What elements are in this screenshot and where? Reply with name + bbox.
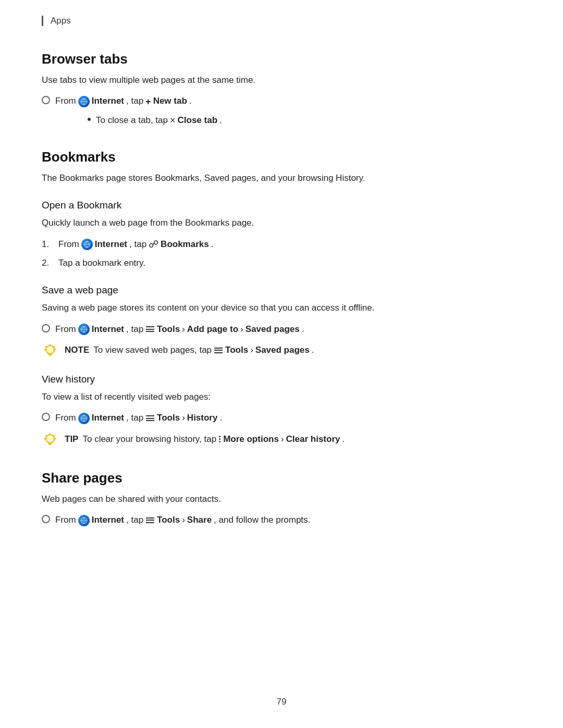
tip-clear-history: Clear history: [286, 433, 340, 446]
more-options-icon: [219, 436, 221, 442]
note-text: To view saved web pages, tap: [93, 343, 212, 357]
ob-step2-text: Tap a bookmark entry.: [58, 256, 145, 270]
browser-tabs-title: Browser tabs: [42, 51, 521, 67]
sp-suffix: , and follow the prompts.: [214, 513, 310, 527]
ob-step1-from: From: [58, 238, 79, 251]
tip-text: To clear your browsing history, tap: [82, 433, 216, 446]
bookmark-icon: ☍: [149, 239, 158, 249]
close-tab-prefix: To close a tab, tap: [96, 114, 168, 127]
share-pages-step: From Internet , tap Tools › Share, an: [42, 513, 521, 527]
view-history-desc: To view a list of recently visited web p…: [42, 390, 521, 404]
menu-lines-icon-3: [146, 415, 154, 421]
internet-app-icon-5: [78, 515, 90, 526]
share-pages-step-content: From Internet , tap Tools › Share, an: [55, 513, 310, 527]
svg-line-8: [46, 347, 47, 348]
internet-app-icon: [78, 96, 90, 107]
svg-line-17: [54, 435, 55, 436]
sw-arrow2: ›: [240, 323, 243, 336]
sw-middle: , tap: [126, 323, 143, 336]
internet-app-icon-3: [78, 324, 90, 335]
bullet-circle-icon-4: [42, 515, 50, 523]
share-pages-title: Share pages: [42, 470, 521, 486]
note-suffix: .: [312, 343, 314, 357]
open-bookmark-step1-content: From Internet , tap ☍ Bookmarks.: [58, 238, 213, 251]
bullet-circle-icon: [42, 96, 50, 104]
tip-suffix: .: [342, 433, 345, 446]
note-label: NOTE: [65, 343, 89, 357]
internet-app-icon-4: [78, 413, 90, 424]
internet-app-icon-2: [81, 239, 93, 250]
breadcrumb: Apps: [42, 16, 521, 26]
sw-add-page: Add page to: [187, 323, 238, 336]
bullet-circle-icon-2: [42, 324, 50, 332]
close-tab-content: To close a tab, tap × Close tab.: [96, 114, 222, 127]
open-bookmark-subtitle: Open a Bookmark: [42, 200, 521, 211]
tip-arrow: ›: [281, 433, 284, 446]
bullet-circle-icon-3: [42, 413, 50, 421]
note-content: NOTE To view saved web pages, tap Tools …: [65, 343, 314, 357]
sw-tools: Tools: [157, 323, 180, 336]
ob-step1-app: Internet: [95, 238, 127, 251]
view-history-subtitle: View history: [42, 374, 521, 385]
sw-arrow1: ›: [182, 323, 185, 336]
menu-lines-icon-2: [214, 348, 223, 353]
note-lightbulb-icon: [42, 342, 58, 359]
step-number-2: 2.: [42, 256, 53, 270]
step1-middle: , tap: [126, 94, 143, 108]
svg-point-6: [46, 346, 54, 354]
sp-tools: Tools: [157, 513, 180, 527]
sw-from: From: [55, 323, 76, 336]
save-webpage-step: From Internet , tap Tools: [42, 323, 521, 336]
tip-more-options: More options: [223, 433, 279, 446]
sw-suffix: .: [302, 323, 304, 336]
bookmarks-title: Bookmarks: [42, 149, 521, 165]
bookmarks-section: Bookmarks The Bookmarks page stores Book…: [42, 149, 521, 448]
menu-lines-icon: [146, 326, 154, 332]
sp-app: Internet: [92, 513, 124, 527]
vh-suffix: .: [219, 411, 222, 425]
save-webpage-subsection: Save a web page Saving a web page stores…: [42, 285, 521, 359]
save-webpage-note: NOTE To view saved web pages, tap Tools …: [42, 343, 521, 359]
browser-tabs-desc: Use tabs to view multiple web pages at t…: [42, 73, 521, 87]
x-icon: ×: [170, 116, 176, 125]
svg-line-9: [54, 347, 55, 348]
close-tab-action: Close tab: [178, 114, 218, 127]
plus-icon: +: [145, 97, 151, 106]
step1-period: .: [189, 94, 192, 108]
vh-app: Internet: [92, 411, 124, 425]
vh-history: History: [187, 411, 218, 425]
bookmarks-desc: The Bookmarks page stores Bookmarks, Sav…: [42, 171, 521, 185]
sp-arrow: ›: [182, 513, 185, 527]
sw-app: Internet: [92, 323, 124, 336]
page-number: 79: [0, 697, 563, 707]
svg-point-14: [46, 435, 54, 443]
tip-label: TIP: [65, 433, 78, 446]
view-history-subsection: View history To view a list of recently …: [42, 374, 521, 448]
view-history-tip: TIP To clear your browsing history, tap …: [42, 433, 521, 448]
menu-lines-icon-4: [146, 517, 154, 523]
ob-step1-bold: Bookmarks: [161, 238, 209, 251]
sw-saved-pages: Saved pages: [246, 323, 300, 336]
sp-middle: , tap: [126, 513, 143, 527]
note-tools: Tools: [225, 343, 248, 357]
save-webpage-step-content: From Internet , tap Tools: [55, 323, 304, 336]
tip-content: TIP To clear your browsing history, tap …: [65, 433, 345, 446]
save-webpage-desc: Saving a web page stores its content on …: [42, 301, 521, 315]
browser-tabs-step1-sub: To close a tab, tap × Close tab.: [73, 114, 521, 127]
vh-from: From: [55, 411, 76, 425]
view-history-step: From Internet , tap Tools: [42, 411, 521, 425]
bullet-dot-icon: [88, 118, 91, 121]
browser-tabs-section: Browser tabs Use tabs to view multiple w…: [42, 51, 521, 127]
view-history-step-content: From Internet , tap Tools: [55, 411, 222, 425]
note-arrow: ›: [250, 343, 253, 357]
note-saved-pages: Saved pages: [255, 343, 310, 357]
open-bookmark-step2: 2. Tap a bookmark entry.: [42, 256, 521, 270]
ob-step1-suffix: .: [211, 238, 214, 251]
step1-app: Internet: [92, 94, 124, 108]
open-bookmark-desc: Quickly launch a web page from the Bookm…: [42, 216, 521, 230]
vh-tools: Tools: [157, 411, 180, 425]
step1-action: New tab: [153, 94, 187, 108]
share-pages-desc: Web pages can be shared with your contac…: [42, 492, 521, 506]
close-tab-suffix: .: [219, 114, 222, 127]
share-pages-section: Share pages Web pages can be shared with…: [42, 470, 521, 527]
